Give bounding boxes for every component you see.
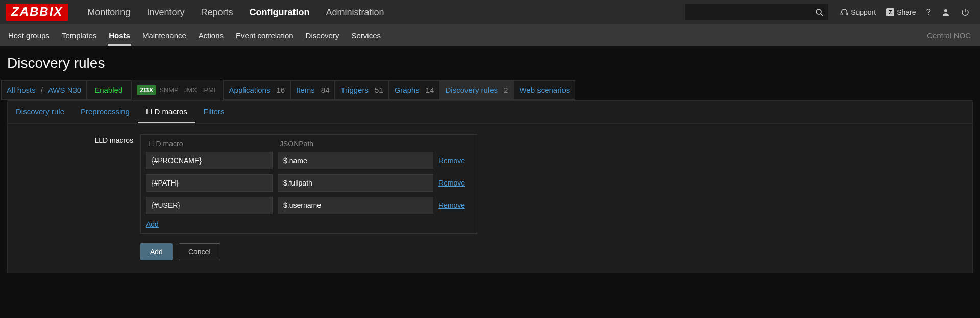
search-icon[interactable]	[815, 8, 824, 17]
json-input-1[interactable]	[278, 174, 433, 192]
crumb-items[interactable]: Items84	[290, 80, 335, 100]
form-buttons: Add Cancel	[140, 243, 477, 260]
subnav-discovery[interactable]: Discovery	[300, 24, 346, 46]
nav-administration[interactable]: Administration	[317, 0, 392, 24]
subnav-actions[interactable]: Actions	[192, 24, 230, 46]
macro-table: LLD macro JSONPath Remove Remove Remove	[140, 134, 477, 234]
macro-input-1[interactable]	[146, 174, 273, 192]
applications-link[interactable]: Applications	[229, 86, 271, 94]
share-link[interactable]: Z Share	[881, 0, 921, 24]
search-box	[685, 4, 828, 20]
form-body: LLD macros LLD macro JSONPath Remove Rem…	[8, 124, 972, 273]
form-wrapper: Discovery rule Preprocessing LLD macros …	[7, 100, 973, 273]
crumb-web-scenarios[interactable]: Web scenarios	[513, 80, 575, 100]
discovery-rules-link[interactable]: Discovery rules	[446, 86, 498, 94]
svg-point-4	[944, 9, 947, 12]
tab-filters[interactable]: Filters	[195, 101, 233, 123]
subnav-maintenance[interactable]: Maintenance	[136, 24, 192, 46]
macro-input-0[interactable]	[146, 152, 273, 169]
subnav-hosts[interactable]: Hosts	[103, 24, 136, 46]
web-scenarios-link[interactable]: Web scenarios	[519, 86, 570, 94]
crumb-triggers[interactable]: Triggers51	[335, 80, 388, 100]
svg-rect-2	[841, 13, 842, 15]
applications-count: 16	[276, 86, 285, 94]
tab-discovery-rule[interactable]: Discovery rule	[8, 101, 72, 123]
subnav-host-groups[interactable]: Host groups	[2, 24, 56, 46]
nav-inventory[interactable]: Inventory	[138, 0, 192, 24]
proto-zbx: ZBX	[137, 85, 156, 95]
svg-point-0	[816, 9, 821, 14]
nav-reports[interactable]: Reports	[192, 0, 241, 24]
crumb-graphs[interactable]: Graphs14	[389, 80, 440, 100]
top-nav: ZABBIX Monitoring Inventory Reports Conf…	[0, 0, 980, 24]
subnav-templates[interactable]: Templates	[56, 24, 103, 46]
power-link[interactable]	[955, 0, 975, 24]
json-input-0[interactable]	[278, 152, 433, 169]
sub-nav: Host groups Templates Hosts Maintenance …	[0, 24, 980, 46]
proto-ipmi: IPMI	[200, 85, 218, 95]
user-icon	[941, 8, 950, 17]
items-link[interactable]: Items	[296, 86, 315, 94]
support-label: Support	[851, 8, 876, 16]
items-count: 84	[321, 86, 330, 94]
page-title: Discovery rules	[0, 46, 980, 80]
support-link[interactable]: Support	[835, 0, 881, 24]
col-header-json: JSONPath	[280, 140, 438, 148]
z-badge-icon: Z	[886, 8, 894, 16]
help-link[interactable]: ?	[921, 0, 936, 24]
form-tabs: Discovery rule Preprocessing LLD macros …	[8, 101, 972, 124]
macro-row: Remove	[146, 197, 472, 214]
cancel-button[interactable]: Cancel	[179, 243, 220, 260]
col-header-macro: LLD macro	[148, 140, 280, 148]
logo[interactable]: ZABBIX	[6, 4, 68, 21]
crumb-status: Enabled	[87, 80, 131, 100]
nav-monitoring[interactable]: Monitoring	[79, 0, 138, 24]
power-icon	[961, 8, 970, 17]
graphs-link[interactable]: Graphs	[395, 86, 420, 94]
crumb-discovery-rules[interactable]: Discovery rules2	[440, 80, 514, 100]
subnav-event-correlation[interactable]: Event correlation	[230, 24, 300, 46]
macro-table-header: LLD macro JSONPath	[146, 140, 472, 148]
remove-link-1[interactable]: Remove	[438, 179, 465, 187]
subnav-right-label: Central NOC	[920, 31, 978, 40]
help-icon: ?	[926, 7, 931, 17]
json-input-2[interactable]	[278, 197, 433, 214]
enabled-label: Enabled	[94, 86, 122, 94]
proto-jmx: JMX	[182, 85, 199, 95]
macro-input-2[interactable]	[146, 197, 273, 214]
subnav-services[interactable]: Services	[345, 24, 387, 46]
tab-lld-macros[interactable]: LLD macros	[138, 101, 195, 123]
crumb-applications[interactable]: Applications16	[224, 80, 291, 100]
remove-link-2[interactable]: Remove	[438, 201, 465, 209]
svg-line-1	[821, 13, 823, 15]
host-link[interactable]: AWS N30	[48, 86, 81, 94]
svg-rect-3	[846, 13, 848, 15]
graphs-count: 14	[426, 86, 434, 94]
entity-crumbs: All hosts / AWS N30 Enabled ZBX SNMP JMX…	[0, 80, 980, 100]
discovery-rules-count: 2	[504, 86, 508, 94]
crumb-host: All hosts / AWS N30	[1, 80, 87, 100]
all-hosts-link[interactable]: All hosts	[7, 86, 36, 94]
add-button[interactable]: Add	[140, 243, 173, 260]
macro-row: Remove	[146, 152, 472, 169]
proto-snmp: SNMP	[157, 85, 181, 95]
share-label: Share	[897, 8, 916, 16]
headset-icon	[840, 8, 848, 16]
section-label: LLD macros	[13, 134, 140, 260]
remove-link-0[interactable]: Remove	[438, 156, 465, 165]
nav-configuration[interactable]: Configuration	[241, 0, 317, 24]
triggers-link[interactable]: Triggers	[340, 86, 368, 94]
crumb-protocols: ZBX SNMP JMX IPMI	[131, 80, 223, 100]
macro-row: Remove	[146, 174, 472, 192]
add-macro-link[interactable]: Add	[146, 220, 159, 228]
slash: /	[41, 86, 43, 94]
user-link[interactable]	[936, 0, 955, 24]
tab-preprocessing[interactable]: Preprocessing	[72, 101, 138, 123]
search-input[interactable]	[689, 8, 815, 16]
triggers-count: 51	[375, 86, 383, 94]
